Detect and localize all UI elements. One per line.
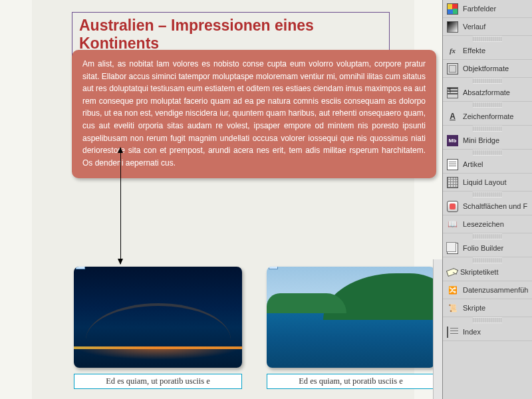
- panel-grip[interactable]: [473, 257, 502, 263]
- caption-frame-2[interactable]: Ed es quiam, ut poratib usciis e: [267, 374, 435, 389]
- panel-label: Skriptetikett: [460, 268, 498, 276]
- panel-label: Lesezeichen: [463, 220, 504, 228]
- caption-text: Ed es quiam, ut poratib usciis e: [299, 376, 403, 386]
- panel-artikel[interactable]: Artikel: [443, 156, 532, 174]
- panel-label: Farbfelder: [463, 5, 496, 13]
- caption-frame-1[interactable]: Ed es quiam, ut poratib usciis e: [74, 374, 242, 389]
- page[interactable]: Australien – Impressionen eines Kontinen…: [32, 0, 414, 399]
- panel-verlauf[interactable]: Verlauf: [443, 18, 532, 36]
- liquid-layout-icon: [447, 177, 458, 188]
- panel-zeichenformate[interactable]: A Zeichenformate: [443, 108, 532, 126]
- panel-label: Datenzusammenfüh: [463, 286, 528, 294]
- panel-label: Zeichenformate: [463, 112, 513, 120]
- bookmarks-icon: [447, 219, 458, 230]
- gradient-icon: [447, 21, 458, 33]
- panel-grip[interactable]: [473, 150, 502, 156]
- panel-label: Index: [463, 328, 481, 336]
- panel-grip[interactable]: [473, 36, 502, 42]
- panel-grip[interactable]: [473, 102, 502, 108]
- index-icon: [447, 327, 458, 338]
- page-title: Australien – Impressionen eines Kontinen…: [79, 17, 382, 53]
- panel-farbfelder[interactable]: Farbfelder: [443, 0, 532, 18]
- swatches-icon: [447, 3, 458, 15]
- article-icon: [447, 159, 458, 170]
- panel-label: Absatzformate: [463, 88, 510, 96]
- panel-grip[interactable]: [473, 78, 502, 84]
- panel-label: Objektformate: [463, 65, 509, 72]
- panel-objektformate[interactable]: Objektformate: [443, 60, 532, 78]
- panel-skriptetikett[interactable]: Skriptetikett: [443, 263, 532, 281]
- panel-grip[interactable]: [473, 233, 502, 239]
- anchor-icon: [269, 267, 278, 269]
- panel-grip[interactable]: [473, 317, 502, 323]
- folio-builder-icon: [447, 243, 458, 254]
- panel-label: Skripte: [463, 304, 485, 312]
- panel-index[interactable]: Index: [443, 323, 532, 341]
- panel-label: Mini Bridge: [463, 136, 499, 144]
- image-placeholder-island: [267, 267, 435, 368]
- vertical-scrollbar[interactable]: [433, 259, 442, 399]
- spacing-indicator-arrow: [120, 148, 121, 264]
- panel-schaltflaechen[interactable]: Schaltflächen und F: [443, 198, 532, 215]
- panel-label: Schaltflächen und F: [463, 202, 527, 210]
- image-frame-1[interactable]: [74, 267, 242, 368]
- body-text-frame[interactable]: Am alist, as nobitat lam volores es nobi…: [72, 50, 436, 178]
- panel-skripte[interactable]: Skripte: [443, 299, 532, 317]
- mini-bridge-icon: Mb: [447, 135, 458, 146]
- scripts-icon: [447, 303, 458, 314]
- panel-absatzformate[interactable]: Absatzformate: [443, 84, 532, 102]
- panel-folio-builder[interactable]: Folio Builder: [443, 239, 532, 257]
- panel-label: Liquid Layout: [463, 178, 506, 186]
- panel-grip[interactable]: [473, 192, 502, 198]
- panel-effekte[interactable]: fx Effekte: [443, 42, 532, 60]
- anchor-icon: [76, 267, 85, 269]
- panel-liquid-layout[interactable]: Liquid Layout: [443, 174, 532, 192]
- effects-icon: fx: [447, 45, 458, 57]
- image-placeholder-bridge: [74, 267, 242, 368]
- panel-lesezeichen[interactable]: Lesezeichen: [443, 215, 532, 233]
- data-merge-icon: [447, 285, 458, 296]
- panel-label: Effekte: [463, 47, 485, 55]
- panel-label: Artikel: [463, 160, 483, 168]
- panel-dock: Farbfelder Verlauf fx Effekte Objektform…: [442, 0, 532, 399]
- image-frame-2[interactable]: [267, 267, 435, 368]
- object-styles-icon: [447, 63, 458, 74]
- panel-label: Verlauf: [463, 23, 485, 31]
- paragraph-styles-icon: [447, 87, 458, 98]
- panel-datenzusammenfuehrung[interactable]: Datenzusammenfüh: [443, 281, 532, 299]
- panel-mini-bridge[interactable]: Mb Mini Bridge: [443, 132, 532, 150]
- panel-grip[interactable]: [473, 126, 502, 132]
- panel-label: Folio Builder: [463, 244, 503, 252]
- body-text: Am alist, as nobitat lam volores es nobi…: [82, 59, 426, 168]
- buttons-forms-icon: [447, 201, 458, 212]
- script-label-icon: [446, 268, 456, 277]
- character-styles-icon: A: [447, 111, 458, 122]
- caption-text: Ed es quiam, ut poratib usciis e: [106, 376, 210, 386]
- document-canvas: Australien – Impressionen eines Kontinen…: [0, 0, 442, 399]
